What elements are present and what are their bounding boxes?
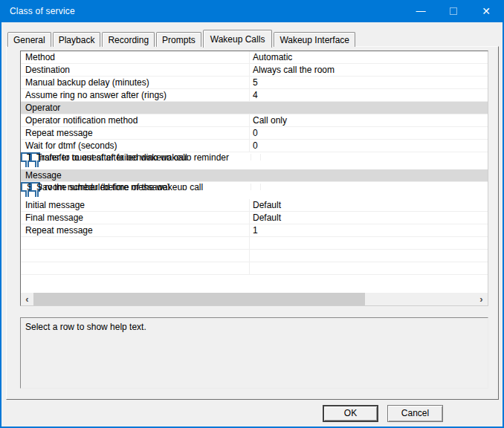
scroll-left-button[interactable]: ‹	[21, 293, 33, 305]
grid-row[interactable]: Initial messageDefault	[21, 199, 488, 212]
scroll-right-icon: ›	[479, 294, 482, 305]
row-value: 4	[250, 89, 488, 101]
scroll-right-button[interactable]: ›	[475, 293, 488, 305]
row-label: Operator	[21, 102, 250, 114]
grid-row[interactable]: Repeat message0	[21, 127, 488, 140]
tab-page-wakeup-calls: MethodAutomaticDestinationAlways call th…	[6, 46, 499, 400]
row-value	[250, 237, 488, 249]
minimize-button[interactable]: —	[404, 0, 437, 22]
grid-row[interactable]: Final messageDefault	[21, 212, 488, 224]
row-value: 5	[250, 77, 488, 88]
grid-row[interactable]: Repeat message1	[21, 224, 488, 237]
maximize-icon	[450, 7, 457, 15]
row-value: Automatic	[250, 51, 488, 63]
checkbox[interactable]	[25, 190, 29, 197]
title-bar: Class of service — ✕	[1, 0, 503, 22]
row-value	[250, 169, 488, 181]
tab-playback[interactable]: Playback	[53, 32, 101, 47]
grid-row[interactable]: Manual backup delay (minutes)5	[21, 77, 488, 89]
tab-prompts[interactable]: Prompts	[156, 32, 201, 47]
help-text-box: Select a row to show help text.	[20, 317, 488, 389]
row-value	[250, 250, 488, 262]
tab-wakeup-interface[interactable]: Wakeup Interface	[274, 32, 355, 47]
tab-wakeup-calls[interactable]: Wakeup Calls	[203, 30, 273, 48]
row-label: Say the scheduled time of the wakeup cal…	[32, 184, 261, 190]
grid-row	[21, 250, 488, 262]
row-value	[250, 102, 488, 114]
row-label	[21, 237, 250, 249]
grid-row[interactable]: Wait for dtmf (seconds)0	[21, 140, 488, 152]
property-grid[interactable]: MethodAutomaticDestinationAlways call th…	[20, 51, 488, 306]
row-value	[22, 160, 29, 167]
scroll-left-icon: ‹	[25, 294, 28, 305]
row-label: Final message	[21, 212, 250, 224]
property-grid-rows: MethodAutomaticDestinationAlways call th…	[21, 51, 488, 275]
grid-row[interactable]: Assume ring no answer after (rings)4	[21, 89, 488, 102]
grid-row[interactable]: Transfer to guest after failed wakeup ca…	[21, 152, 30, 162]
window-title: Class of service	[1, 6, 75, 16]
row-label: Destination	[21, 64, 250, 76]
row-label: Wait for dtmf (seconds)	[21, 140, 250, 152]
grid-row[interactable]: Say room number (before message)	[21, 182, 30, 192]
row-label	[21, 250, 250, 262]
close-icon: ✕	[482, 5, 491, 17]
ok-button[interactable]: OK	[323, 405, 378, 422]
row-label: Manual backup delay (minutes)	[21, 77, 250, 88]
window-controls: — ✕	[404, 0, 503, 22]
checkbox[interactable]	[35, 190, 39, 197]
row-value: Default	[250, 199, 488, 211]
grid-row[interactable]: DestinationAlways call the room	[21, 64, 488, 77]
row-value	[32, 190, 39, 197]
maximize-button[interactable]	[437, 0, 470, 22]
tab-general[interactable]: General	[7, 32, 51, 47]
row-value: 0	[250, 140, 488, 152]
row-label: Repeat message	[21, 224, 250, 236]
row-value: Call only	[250, 114, 488, 126]
dialog-window: Class of service — ✕ GeneralPlaybackReco…	[0, 0, 504, 428]
grid-row[interactable]: Say the scheduled time of the wakeup cal…	[30, 182, 40, 192]
row-value: 1	[250, 224, 488, 236]
checkbox[interactable]	[35, 160, 39, 167]
row-value: 0	[250, 127, 488, 139]
grid-row	[21, 262, 488, 275]
row-label: Repeat message	[21, 127, 250, 139]
horizontal-scrollbar[interactable]: ‹ ›	[21, 293, 488, 305]
row-value: Default	[250, 212, 488, 224]
row-label: Method	[21, 51, 250, 63]
row-label: Transfer to guest after pending wakeup r…	[32, 154, 261, 160]
checkbox[interactable]	[25, 160, 29, 167]
row-label: Message	[21, 169, 250, 181]
row-value	[22, 190, 29, 197]
grid-row[interactable]: MethodAutomatic	[21, 51, 488, 64]
tab-strip: GeneralPlaybackRecordingPromptsWakeup Ca…	[7, 29, 357, 47]
row-label: Initial message	[21, 199, 250, 211]
row-value	[32, 160, 39, 167]
grid-row[interactable]: Transfer to guest after pending wakeup r…	[30, 152, 40, 162]
row-value	[250, 262, 488, 274]
close-button[interactable]: ✕	[470, 0, 503, 22]
row-value: Always call the room	[250, 64, 488, 76]
grid-row[interactable]: Operator notification methodCall only	[21, 114, 488, 127]
section-header-row[interactable]: Operator	[21, 102, 488, 114]
row-label	[21, 262, 250, 274]
cancel-button[interactable]: Cancel	[387, 405, 443, 422]
scrollbar-thumb[interactable]	[33, 293, 365, 305]
minimize-icon: —	[416, 5, 426, 16]
grid-row	[21, 237, 488, 250]
row-label: Assume ring no answer after (rings)	[21, 89, 250, 101]
section-header-row[interactable]: Message	[21, 169, 488, 182]
help-text: Select a row to show help text.	[25, 322, 146, 332]
tab-recording[interactable]: Recording	[102, 32, 155, 47]
row-label: Operator notification method	[21, 114, 250, 126]
